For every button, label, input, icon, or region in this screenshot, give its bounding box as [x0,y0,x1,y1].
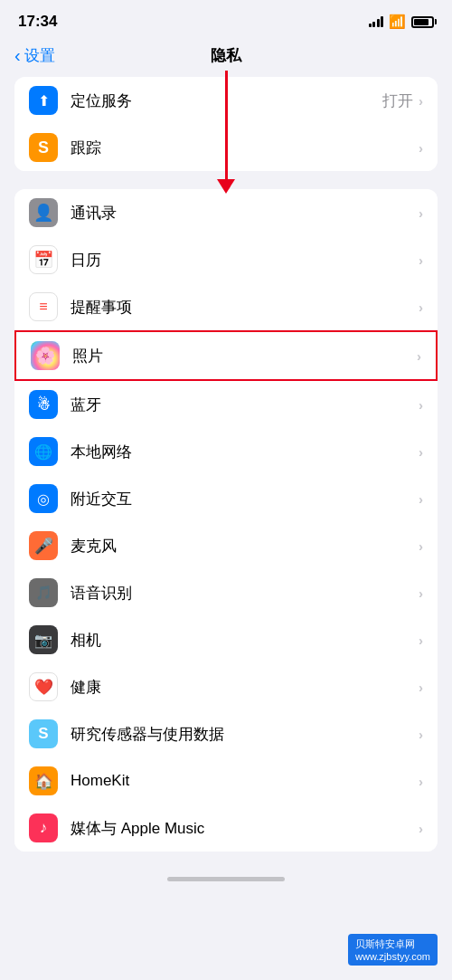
research-icon: S [29,719,58,748]
bluetooth-row[interactable]: ☃ 蓝牙 › [14,381,438,428]
local-network-row[interactable]: 🌐 本地网络 › [14,428,438,475]
back-label: 设置 [24,45,55,66]
speech-recognition-label: 语音识别 [71,583,419,604]
camera-icon: 📷 [29,625,58,654]
status-icons: 📶 [369,14,435,30]
calendar-row[interactable]: 📅 日历 › [14,236,438,283]
microphone-label: 麦克风 [71,536,419,557]
chevron-icon: › [419,252,423,268]
chevron-icon: › [417,348,421,364]
chevron-icon: › [419,300,423,315]
status-bar: 17:34 📶 [0,0,452,38]
homekit-label: HomeKit [71,772,419,790]
photos-label: 照片 [72,346,417,366]
speech-recognition-row[interactable]: 🎵 语音识别 › [14,569,438,616]
photos-icon: 🌸 [31,341,60,370]
reminders-row[interactable]: ≡ 提醒事项 › [14,283,438,330]
chevron-icon: › [419,444,423,460]
chevron-icon: › [419,633,423,648]
homekit-row[interactable]: 🏠 HomeKit › [14,757,438,804]
chevron-icon: › [419,774,423,789]
watermark: 贝斯特安卓网 www.zjbstyy.com [348,934,438,966]
page-title: 隐私 [211,45,241,66]
contacts-row[interactable]: 👤 通讯录 › [14,189,438,236]
camera-row[interactable]: 📷 相机 › [14,616,438,663]
back-chevron-icon: ‹ [14,45,21,66]
location-services-icon: ⬆ [29,86,58,115]
media-music-label: 媒体与 Apple Music [71,818,419,839]
location-services-row[interactable]: ⬆ 定位服务 打开 › [14,77,438,124]
calendar-label: 日历 [71,250,419,271]
chevron-icon: › [419,491,423,507]
watermark-text: 贝斯特安卓网 [355,938,415,949]
research-label: 研究传感器与使用数据 [71,724,419,745]
camera-label: 相机 [71,630,419,651]
data-access-group: 👤 通讯录 › 📅 日历 › ≡ 提醒事项 › 🌸 照片 › ☃ 蓝牙 › � [14,189,438,852]
tracking-row[interactable]: S 跟踪 › [14,124,438,171]
calendar-icon: 📅 [29,245,58,274]
media-music-row[interactable]: ♪ 媒体与 Apple Music › [14,804,438,852]
microphone-row[interactable]: 🎤 麦克风 › [14,522,438,569]
chevron-icon: › [419,727,423,742]
chevron-icon: › [419,680,423,695]
microphone-icon: 🎤 [29,531,58,560]
health-row[interactable]: ❤️ 健康 › [14,663,438,710]
nearby-interaction-icon: ◎ [29,484,58,513]
location-services-label: 定位服务 [71,90,382,111]
location-tracking-group: ⬆ 定位服务 打开 › S 跟踪 › [14,77,438,171]
nearby-interaction-row[interactable]: ◎ 附近交互 › [14,475,438,522]
reminders-label: 提醒事项 [71,297,419,318]
tracking-label: 跟踪 [71,138,419,158]
tracking-icon: S [29,133,58,162]
chevron-icon: › [419,821,423,836]
chevron-icon: › [419,140,423,156]
back-button[interactable]: ‹ 设置 [14,45,55,66]
home-indicator [0,870,452,885]
bluetooth-label: 蓝牙 [71,395,419,415]
chevron-icon: › [419,397,423,413]
health-label: 健康 [71,677,419,698]
photos-row[interactable]: 🌸 照片 › [14,330,438,381]
nearby-interaction-label: 附近交互 [71,489,419,509]
speech-recognition-icon: 🎵 [29,578,58,607]
chevron-icon: › [419,205,423,221]
contacts-icon: 👤 [29,198,58,227]
bluetooth-icon: ☃ [29,390,58,419]
research-row[interactable]: S 研究传感器与使用数据 › [14,710,438,757]
reminders-icon: ≡ [29,292,58,321]
chevron-icon: › [419,538,423,554]
chevron-icon: › [419,585,423,601]
signal-icon [369,16,384,27]
health-icon: ❤️ [29,672,58,701]
chevron-icon: › [419,93,423,109]
watermark-url: www.zjbstyy.com [355,951,430,962]
status-time: 17:34 [18,13,57,31]
battery-icon [411,16,434,28]
homekit-icon: 🏠 [29,766,58,795]
media-music-icon: ♪ [29,813,58,842]
wifi-icon: 📶 [389,14,406,30]
local-network-label: 本地网络 [71,442,419,462]
contacts-label: 通讯录 [71,203,419,224]
nav-bar: ‹ 设置 隐私 [0,38,452,77]
location-services-value: 打开 [382,90,413,111]
local-network-icon: 🌐 [29,437,58,466]
